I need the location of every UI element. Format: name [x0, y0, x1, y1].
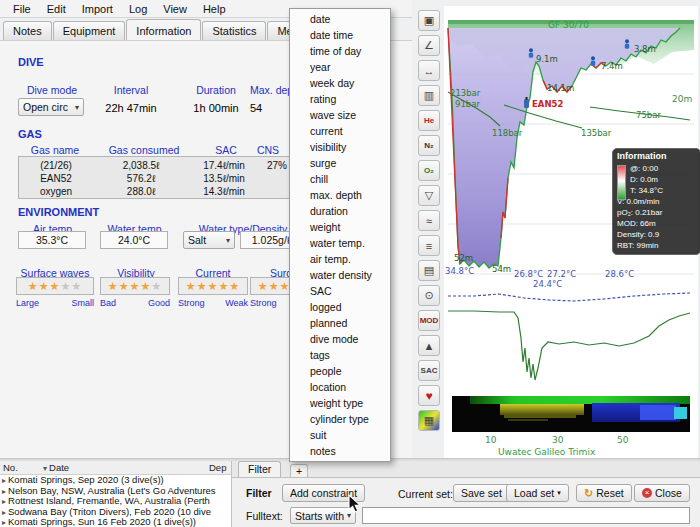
air-temp-field[interactable]: 35.3°C	[18, 231, 86, 249]
constraint-menu-item[interactable]: dive mode	[290, 331, 390, 347]
water-type-select[interactable]: Salt ▾	[183, 231, 235, 249]
constraint-menu-item[interactable]: notes	[290, 443, 390, 459]
tab-equipment[interactable]: Equipment	[53, 21, 126, 40]
gas-name-header: Gas name	[16, 144, 94, 156]
heatmap-icon[interactable]: ▦	[418, 410, 440, 431]
constraint-menu-item[interactable]: visibility	[290, 139, 390, 155]
pressure-label: 118bar	[492, 128, 523, 138]
fulltext-input[interactable]	[362, 507, 690, 524]
depth-label: 7.4m	[601, 61, 623, 71]
pp-helium-icon[interactable]: He	[418, 110, 440, 131]
gas-cell: (21/26)	[19, 160, 93, 171]
pressure-label: 135bar	[581, 128, 612, 138]
gas-table[interactable]: (21/26) 2,038.5ℓ 17.4ℓ/min 27% EAN52 576…	[18, 156, 296, 199]
constraint-menu-item[interactable]: weight type	[290, 395, 390, 411]
reset-button[interactable]: ↻Reset	[576, 484, 632, 502]
trip-row[interactable]: ▸Komati Springs, Sep 2020 (3 dive(s))	[0, 475, 231, 486]
menu-view[interactable]: View	[155, 2, 195, 16]
tab-notes[interactable]: Notes	[3, 21, 52, 40]
tank-bar-icon[interactable]: ▥	[418, 85, 440, 106]
close-button[interactable]: ×Close	[634, 484, 690, 502]
menu-edit[interactable]: Edit	[39, 2, 74, 16]
surface-waves-rating[interactable]: ★★★★★	[16, 277, 94, 295]
dc-ceiling-icon[interactable]: ▽	[418, 185, 440, 206]
calculated-ceiling-icon[interactable]: ≈	[418, 210, 440, 231]
time-axis-label: 50	[617, 435, 629, 445]
temp-label: 28.6°C	[605, 269, 634, 279]
trip-row[interactable]: ▸Sodwana Bay (Triton Divers), Feb 2020 (…	[0, 507, 231, 518]
pressure-label: 75bar	[636, 110, 661, 120]
constraint-menu-item[interactable]: week day	[290, 75, 390, 91]
tts-icon[interactable]: ▲	[418, 335, 440, 356]
load-set-button[interactable]: Load set▾	[506, 484, 569, 502]
reset-icon: ↻	[584, 487, 593, 500]
mod-icon[interactable]: MOD	[418, 310, 440, 331]
constraint-menu-item[interactable]: planned	[290, 315, 390, 331]
constraint-menu-item[interactable]: logged	[290, 299, 390, 315]
visibility-rating[interactable]: ★★★★★	[100, 277, 170, 295]
rating-min-label: Large	[16, 298, 39, 308]
tissues-icon[interactable]: ▤	[418, 260, 440, 281]
tab-statistics[interactable]: Statistics	[202, 21, 266, 40]
save-set-button[interactable]: Save set	[453, 484, 510, 502]
constraint-menu-item[interactable]: date time	[290, 27, 390, 43]
constraint-menu-item[interactable]: weight	[290, 219, 390, 235]
pp-nitrogen-icon[interactable]: N₂	[418, 135, 440, 156]
col-depth[interactable]: Dep	[209, 462, 231, 473]
gas-switch-label: EAN52	[532, 99, 563, 109]
menu-help[interactable]: Help	[195, 2, 234, 16]
constraint-menu-item[interactable]: max. depth	[290, 187, 390, 203]
pp-oxygen-icon[interactable]: O₂	[418, 160, 440, 181]
water-temp-field[interactable]: 24.0°C	[100, 231, 168, 249]
ndl-icon[interactable]: ⊙	[418, 285, 440, 306]
fulltext-mode-select[interactable]: Starts with ▾	[290, 507, 356, 524]
constraint-menu-item[interactable]: air temp.	[290, 251, 390, 267]
gas-consumed-header: Gas consumed	[94, 144, 194, 156]
trip-title: Nelson Bay, NSW, Australia (Let's Go Adv…	[8, 486, 216, 496]
sort-desc-icon: ▾	[43, 464, 47, 473]
current-rating[interactable]: ★★★★★	[178, 277, 248, 295]
constraint-menu-item[interactable]: suit	[290, 427, 390, 443]
constraint-menu-item[interactable]: chill	[290, 171, 390, 187]
tab-filter[interactable]: Filter	[238, 461, 281, 478]
stars-empty: ★★	[60, 280, 82, 293]
menu-file[interactable]: File	[5, 2, 39, 16]
trip-row[interactable]: ▸Nelson Bay, NSW, Australia (Let's Go Ad…	[0, 486, 231, 497]
constraint-menu-item[interactable]: cylinder type	[290, 411, 390, 427]
stars-empty: ★	[151, 280, 162, 293]
col-number[interactable]: No.	[3, 462, 43, 473]
add-constraint-menu: date date time time of day year week day…	[289, 8, 391, 462]
menu-log[interactable]: Log	[121, 2, 155, 16]
chevron-down-icon: ▾	[226, 236, 230, 245]
tab-add-filter[interactable]: +	[290, 464, 308, 478]
pictures-icon[interactable]: ▣	[418, 10, 440, 31]
col-date[interactable]: ▾Date	[43, 462, 209, 473]
constraint-menu-item[interactable]: time of day	[290, 43, 390, 59]
sac-icon[interactable]: SAC	[418, 360, 440, 381]
constraint-menu-item[interactable]: tags	[290, 347, 390, 363]
tab-information[interactable]: Information	[126, 19, 201, 40]
constraint-menu-item[interactable]: rating	[290, 91, 390, 107]
constraint-menu-item[interactable]: wave size	[290, 107, 390, 123]
constraint-menu-item[interactable]: duration	[290, 203, 390, 219]
constraint-menu-item[interactable]: surge	[290, 155, 390, 171]
constraint-menu-item[interactable]: current	[290, 123, 390, 139]
ruler-icon[interactable]: ∠	[418, 35, 440, 56]
heart-rate-icon[interactable]: ♥	[418, 385, 440, 406]
dive-mode-select[interactable]: Open circ ▾	[18, 98, 84, 116]
gas-cell: 13.5ℓ/min	[189, 173, 259, 184]
dive-profile[interactable]: GF 30/70 9.1m 7.4m 3.8m 14.1m 213bar 91b…	[444, 6, 698, 458]
menu-import[interactable]: Import	[74, 2, 121, 16]
trip-row[interactable]: ▸Rottnest Island, Fremantle, WA, Austral…	[0, 496, 231, 507]
constraint-menu-item[interactable]: water density	[290, 267, 390, 283]
trip-row[interactable]: ▸Komati Springs, Sun 16 Feb 2020 (1 dive…	[0, 517, 231, 527]
constraint-menu-item[interactable]: SAC	[290, 283, 390, 299]
constraint-menu-item[interactable]: location	[290, 379, 390, 395]
constraint-menu-item[interactable]: water temp.	[290, 235, 390, 251]
ceiling-3m-icon[interactable]: ≡	[418, 235, 440, 256]
constraint-menu-item[interactable]: date	[290, 11, 390, 27]
gas-cell: 288.0ℓ	[93, 186, 189, 197]
constraint-menu-item[interactable]: year	[290, 59, 390, 75]
scale-icon[interactable]: ↔	[418, 60, 440, 81]
constraint-menu-item[interactable]: people	[290, 363, 390, 379]
